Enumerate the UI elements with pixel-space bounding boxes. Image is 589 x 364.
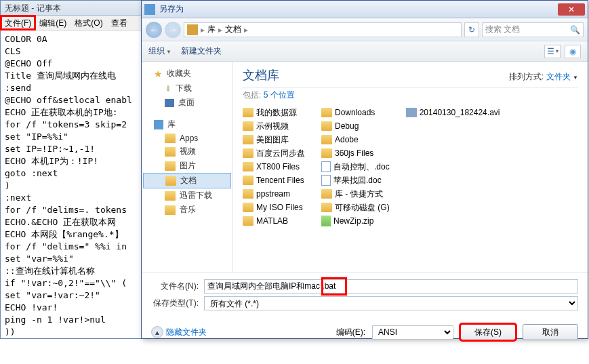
file-item[interactable]: 苹果找回.doc (321, 174, 390, 186)
menu-file[interactable]: 文件(F) (1, 16, 35, 30)
star-icon: ★ (154, 68, 163, 79)
cancel-button[interactable]: 取消 (523, 324, 578, 340)
folder-icon (243, 148, 253, 158)
folder-icon (187, 24, 198, 35)
file-item[interactable]: 百度云同步盘 (243, 147, 305, 159)
notepad-body[interactable]: COLOR 0A CLS @ECHO Off Title 查询局域网内在线电 :… (1, 31, 142, 336)
file-item[interactable]: 示例视频 (243, 120, 305, 132)
close-button[interactable]: ✕ (558, 3, 585, 16)
file-item[interactable]: 库 - 快捷方式 (321, 188, 390, 200)
folder-icon (165, 205, 176, 215)
file-item[interactable]: Downloads (321, 106, 390, 119)
file-item[interactable]: 美图图库 (243, 134, 305, 146)
filename-row: 文件名(N): (151, 279, 578, 294)
sidebar-xunlei[interactable]: 迅雷下载 (142, 188, 232, 203)
file-item[interactable]: My ISO Files (243, 201, 305, 214)
file-item[interactable]: Adobe (321, 134, 390, 146)
file-col-3: 20140130_182424.avi (406, 106, 500, 227)
view-button[interactable]: ☰▾ (544, 45, 561, 58)
menu-view[interactable]: 查看 (107, 16, 131, 30)
file-item[interactable]: 自动控制、.doc (321, 161, 390, 173)
zip-icon (321, 216, 331, 226)
file-item[interactable]: 360js Files (321, 147, 390, 159)
sidebar: ★收藏夹 ⬇下载 桌面 库 Apps 视频 图片 文档 迅雷下载 音乐 (142, 62, 233, 272)
chevron-up-icon: ▲ (151, 326, 163, 338)
sidebar-apps[interactable]: Apps (142, 132, 232, 144)
file-item[interactable]: 20140130_182424.avi (406, 106, 500, 119)
organize-button[interactable]: 组织▼ (148, 45, 171, 57)
breadcrumb[interactable]: ▸ 库 ▸ 文档 ▸ (184, 22, 462, 37)
content-header: 文档库 排列方式: 文件夹 ▼ (243, 67, 578, 88)
avi-icon (406, 108, 417, 117)
folder-icon (243, 203, 253, 212)
search-icon: 🔍 (570, 25, 580, 35)
footer: ▲隐藏文件夹 编码(E): ANSI 保存(S) 取消 (142, 317, 588, 347)
library-icon (154, 120, 163, 129)
hide-folders-link[interactable]: ▲隐藏文件夹 (151, 326, 207, 338)
sidebar-video[interactable]: 视频 (142, 144, 232, 159)
menu-format[interactable]: 格式(O) (70, 16, 106, 30)
filetype-label: 保存类型(T): (151, 298, 199, 309)
dialog-main: ★收藏夹 ⬇下载 桌面 库 Apps 视频 图片 文档 迅雷下载 音乐 文档库 … (142, 62, 588, 272)
file-item[interactable]: 我的数据源 (243, 106, 305, 119)
file-item[interactable]: XT800 Files (243, 161, 305, 173)
menu-edit[interactable]: 编辑(E) (35, 16, 70, 30)
sidebar-desktop[interactable]: 桌面 (142, 96, 232, 110)
filename-label: 文件名(N): (151, 281, 199, 292)
notepad-window: 无标题 - 记事本 文件(F) 编辑(E) 格式(O) 查看 COLOR 0A … (0, 0, 142, 339)
back-button[interactable]: ← (146, 22, 162, 38)
folder-icon (321, 108, 332, 117)
folder-icon (243, 176, 253, 185)
folder-icon (165, 191, 176, 201)
filetype-row: 保存类型(T): 所有文件 (*.*) (151, 296, 578, 310)
folder-icon (321, 121, 332, 131)
file-item[interactable]: Debug (321, 120, 390, 132)
locations-link[interactable]: 5 个位置 (264, 90, 295, 100)
search-placeholder: 搜索 文档 (485, 24, 520, 35)
folder-icon (243, 162, 253, 171)
file-item[interactable]: 可移动磁盘 (G) (321, 201, 390, 214)
notepad-menubar: 文件(F) 编辑(E) 格式(O) 查看 (1, 16, 142, 31)
sidebar-downloads[interactable]: ⬇下载 (142, 81, 232, 96)
search-input[interactable]: 搜索 文档 🔍 (482, 22, 584, 37)
file-item[interactable]: Tencent Files (243, 174, 305, 186)
sidebar-libraries[interactable]: 库 (142, 117, 232, 132)
sidebar-pics[interactable]: 图片 (142, 159, 232, 173)
encoding-select[interactable]: ANSI (372, 325, 453, 340)
content-title: 文档库 (243, 67, 279, 83)
folder-icon (165, 134, 176, 143)
forward-button[interactable]: → (165, 22, 181, 38)
form-area: 文件名(N): 保存类型(T): 所有文件 (*.*) (142, 272, 588, 317)
file-grid: 我的数据源示例视频美图图库百度云同步盘XT800 FilesTencent Fi… (243, 106, 578, 227)
download-icon: ⬇ (165, 84, 171, 94)
sort-control[interactable]: 排列方式: 文件夹 ▼ (509, 71, 578, 83)
save-button[interactable]: 保存(S) (460, 324, 516, 340)
file-item[interactable]: MATLAB (243, 215, 305, 227)
folder-icon (321, 189, 332, 199)
folder-icon (243, 135, 253, 144)
crumb-sep: ▸ (218, 25, 222, 35)
content-subtitle: 包括: 5 个位置 (243, 89, 578, 101)
sidebar-music[interactable]: 音乐 (142, 203, 232, 217)
sidebar-favorites[interactable]: ★收藏夹 (142, 66, 232, 81)
filetype-select[interactable]: 所有文件 (*.*) (204, 296, 578, 310)
file-col-1: 我的数据源示例视频美图图库百度云同步盘XT800 FilesTencent Fi… (243, 106, 305, 227)
dialog-title: 另存为 (159, 3, 558, 15)
folder-icon (321, 135, 332, 144)
nav-bar: ← → ▸ 库 ▸ 文档 ▸ ↻ 搜索 文档 🔍 (142, 18, 588, 41)
file-item[interactable]: NewZip.zip (321, 215, 390, 227)
crumb-root[interactable]: 库 (207, 24, 216, 35)
filename-input[interactable] (204, 279, 578, 294)
content-pane: 文档库 排列方式: 文件夹 ▼ 包括: 5 个位置 我的数据源示例视频美图图库百… (233, 62, 588, 272)
refresh-button[interactable]: ↻ (464, 22, 479, 37)
help-button[interactable]: ◉ (565, 45, 581, 58)
crumb-current[interactable]: 文档 (225, 24, 241, 35)
sidebar-docs[interactable]: 文档 (143, 173, 231, 188)
folder-icon (165, 147, 176, 157)
encoding-label: 编码(E): (336, 327, 365, 338)
toolbar-right: ☰▾ ◉ (544, 45, 581, 58)
save-as-dialog: 另存为 ✕ ← → ▸ 库 ▸ 文档 ▸ ↻ 搜索 文档 🔍 组织▼ 新建文件夹… (141, 0, 588, 339)
newfolder-button[interactable]: 新建文件夹 (181, 45, 222, 57)
folder-icon (321, 148, 332, 158)
file-item[interactable]: ppstream (243, 188, 305, 200)
